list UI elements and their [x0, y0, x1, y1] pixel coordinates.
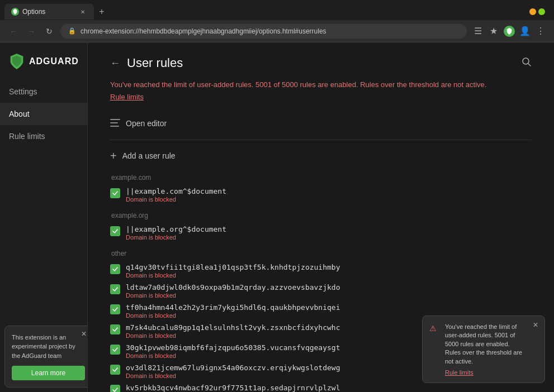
sidebar-item-settings[interactable]: Settings: [0, 80, 87, 103]
back-arrow-button[interactable]: ←: [110, 58, 120, 69]
tooltip-text: This extension is an experimental projec…: [12, 333, 85, 361]
rule-checkbox[interactable]: [110, 385, 120, 393]
rule-content: ||example.com^$document Domain is blocke…: [126, 187, 532, 203]
browser-chrome: Options ✕ + ← → ↻ 🔒 chrome-extension://h…: [0, 0, 554, 42]
extensions-icon[interactable]: ☰: [471, 25, 485, 38]
group-label-other: other: [110, 250, 532, 257]
sidebar-item-about[interactable]: About: [0, 103, 87, 125]
logo-shield-icon: [9, 54, 25, 69]
maximize-button[interactable]: [538, 8, 545, 15]
svg-rect-3: [110, 122, 118, 123]
new-tab-button[interactable]: +: [94, 4, 110, 20]
toast-close-button[interactable]: ✕: [531, 321, 540, 329]
divider: [110, 140, 532, 140]
bookmark-icon[interactable]: ★: [487, 25, 500, 38]
minimize-button[interactable]: [529, 8, 536, 15]
rule-text: ||example.com^$document: [126, 187, 532, 195]
rule-text: ||example.org^$document: [126, 225, 532, 233]
rule-text: kv5rbkb3qcv4nwbacf92ur9f7751t1ap.sedapjr…: [126, 384, 532, 392]
warning-box: You've reached the limit of user-added r…: [110, 79, 532, 101]
rule-checkbox[interactable]: [110, 188, 120, 198]
rule-checkbox[interactable]: [110, 345, 120, 355]
rule-checkbox[interactable]: [110, 365, 120, 375]
tab-favicon: [11, 8, 19, 16]
url-bar[interactable]: 🔒 chrome-extension://hehmbdbdeapmplgejhn…: [60, 24, 467, 39]
rule-content: ||example.org^$document Domain is blocke…: [126, 225, 532, 241]
svg-line-1: [528, 64, 531, 66]
logo-text: ADGUARD: [29, 56, 79, 66]
group-label-example-com: example.com: [110, 174, 532, 181]
rule-item: ||example.org^$document Domain is blocke…: [110, 223, 532, 243]
warning-message: You've reached the limit of user-added r…: [110, 79, 532, 90]
profile-icon[interactable]: 👤: [518, 25, 532, 38]
rule-item: q14gv30tvfii1tgi8lea1j01qsp3tf5k.knhdtpj…: [110, 261, 532, 281]
rule-item: ||example.com^$document Domain is blocke…: [110, 185, 532, 205]
rule-status: Domain is blocked: [126, 272, 532, 279]
adguard-shield: [504, 26, 515, 37]
tab-bar: Options ✕ +: [0, 0, 554, 20]
tooltip-close-button[interactable]: ✕: [79, 329, 88, 338]
adguard-browser-icon[interactable]: [503, 25, 516, 38]
rule-status: Domain is blocked: [126, 234, 532, 241]
rule-group-example-org: example.org ||example.org^$document Doma…: [110, 212, 532, 243]
open-editor-label: Open editor: [126, 119, 167, 128]
forward-button[interactable]: →: [25, 25, 38, 38]
toast-rule-limits-link[interactable]: Rule limits: [445, 369, 527, 376]
rule-group-example-com: example.com ||example.com^$document Doma…: [110, 174, 532, 205]
url-text: chrome-extension://hehmbdbdeapmplgejhnaa…: [81, 27, 326, 35]
menu-icon[interactable]: ⋮: [534, 25, 547, 38]
rule-checkbox[interactable]: [110, 226, 120, 236]
rule-content: kv5rbkb3qcv4nwbacf92ur9f7751t1ap.sedapjr…: [126, 384, 532, 393]
group-label-example-org: example.org: [110, 212, 532, 219]
sidebar-item-rule-limits[interactable]: Rule limits: [0, 125, 87, 147]
svg-rect-2: [110, 119, 120, 120]
active-tab[interactable]: Options ✕: [4, 4, 94, 20]
rule-text: tf0ha4hmn44le2h2y3rim7ykgi5hdl6q.qaukbhp…: [126, 303, 532, 312]
header-left: ← User rules: [110, 56, 183, 70]
add-rule-label: Add a user rule: [122, 151, 176, 160]
address-bar: ← → ↻ 🔒 chrome-extension://hehmbdbdeapmp…: [0, 20, 554, 42]
rule-checkbox[interactable]: [110, 324, 120, 334]
tab-title: Options: [22, 8, 75, 16]
logo: ADGUARD: [0, 42, 87, 80]
reload-button[interactable]: ↻: [42, 25, 56, 38]
search-icon-button[interactable]: [522, 57, 532, 69]
svg-rect-4: [110, 126, 119, 127]
add-rule-icon: +: [110, 150, 117, 161]
page-title: User rules: [127, 56, 183, 70]
toast-text: You've reached the limit of user-added r…: [445, 323, 527, 366]
tab-close-button[interactable]: ✕: [78, 7, 87, 16]
rule-checkbox[interactable]: [110, 264, 120, 274]
browser-toolbar: ☰ ★ 👤 ⋮: [471, 25, 547, 38]
rule-limits-link[interactable]: Rule limits: [110, 93, 532, 101]
rule-content: q14gv30tvfii1tgi8lea1j01qsp3tf5k.knhdtpj…: [126, 263, 532, 279]
rule-checkbox[interactable]: [110, 284, 120, 294]
lock-icon: 🔒: [67, 26, 77, 36]
add-rule-row[interactable]: + Add a user rule: [110, 145, 532, 167]
learn-more-button[interactable]: Learn more: [12, 366, 85, 380]
rule-status: Domain is blocked: [126, 196, 532, 203]
rule-item: ldtaw7a0djwl0dk0s9oxpa9b1m2qrday.azzvoev…: [110, 281, 532, 301]
sidebar: ADGUARD Settings About Rule limits ✕ Thi…: [0, 42, 88, 392]
rule-checkbox[interactable]: [110, 304, 120, 314]
toast-notification: ⚠ ✕ You've reached the limit of user-add…: [422, 315, 545, 383]
open-editor-icon: [110, 118, 120, 130]
page-header: ← User rules: [110, 56, 532, 70]
back-button[interactable]: ←: [7, 25, 20, 38]
sidebar-tooltip: ✕ This extension is an experimental proj…: [4, 326, 92, 388]
rule-content: ldtaw7a0djwl0dk0s9oxpa9b1m2qrday.azzvoev…: [126, 283, 532, 299]
rule-text: ldtaw7a0djwl0dk0s9oxpa9b1m2qrday.azzvoev…: [126, 283, 532, 291]
rule-text: q14gv30tvfii1tgi8lea1j01qsp3tf5k.knhdtpj…: [126, 263, 532, 271]
rule-status: Domain is blocked: [126, 292, 532, 299]
toast-warning-icon: ⚠: [429, 324, 437, 333]
open-editor-row[interactable]: Open editor: [110, 112, 532, 135]
